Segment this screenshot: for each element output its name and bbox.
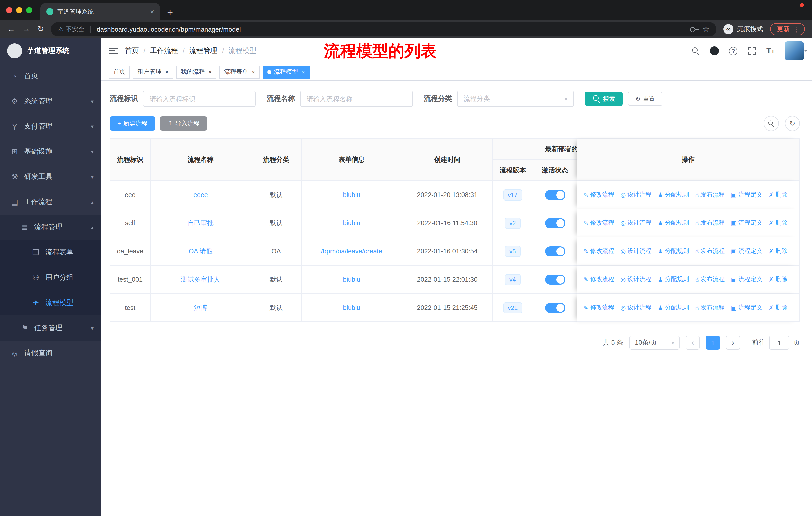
publish-process-link[interactable]: ☝发布流程 xyxy=(695,190,725,199)
close-icon[interactable]: × xyxy=(252,68,255,75)
new-tab-button[interactable]: + xyxy=(167,7,173,17)
edit-process-link[interactable]: ✎修改流程 xyxy=(583,190,614,199)
sidebar-item-payment[interactable]: ¥ 支付管理 ▾ xyxy=(0,114,101,139)
reset-button[interactable]: ↻ 重置 xyxy=(628,92,663,106)
toggle-search-button[interactable] xyxy=(764,116,779,131)
minimize-window-button[interactable] xyxy=(16,7,22,13)
process-name-link[interactable]: 自己审批 xyxy=(187,219,214,226)
process-name-input[interactable] xyxy=(300,91,413,107)
sidebar-item-system[interactable]: ⚙ 系统管理 ▾ xyxy=(0,89,101,114)
collapse-sidebar-icon[interactable] xyxy=(109,48,118,54)
form-info-link[interactable]: /bpm/oa/leave/create xyxy=(321,247,382,255)
design-process-link[interactable]: ◎设计流程 xyxy=(620,275,651,284)
refresh-table-button[interactable]: ↻ xyxy=(785,116,800,131)
github-icon[interactable] xyxy=(710,46,719,55)
sidebar-item-process-model[interactable]: ✈ 流程模型 xyxy=(0,290,101,316)
reload-icon[interactable]: ↻ xyxy=(37,25,44,33)
active-toggle[interactable] xyxy=(545,274,565,284)
design-process-link[interactable]: ◎设计流程 xyxy=(620,219,651,227)
tab-close-icon[interactable]: × xyxy=(150,7,154,16)
sidebar-item-user-group[interactable]: ⚇ 用户分组 xyxy=(0,265,101,290)
process-definition-link[interactable]: ▣流程定义 xyxy=(731,190,762,199)
design-process-link[interactable]: ◎设计流程 xyxy=(620,303,651,312)
active-toggle[interactable] xyxy=(545,190,565,200)
delete-link[interactable]: ✗删除 xyxy=(769,190,787,199)
breadcrumb-item[interactable]: 流程管理 xyxy=(189,46,218,55)
maximize-window-button[interactable] xyxy=(26,7,32,13)
sidebar-item-process-form[interactable]: ❐ 流程表单 xyxy=(0,240,101,265)
close-icon[interactable]: × xyxy=(301,68,305,75)
process-name-link[interactable]: 滔博 xyxy=(194,304,207,311)
page-size-select[interactable]: 10条/页 ▾ xyxy=(629,335,679,350)
assign-rule-link[interactable]: ♟分配规则 xyxy=(658,219,689,227)
sidebar-item-devtools[interactable]: ⚒ 研发工具 ▾ xyxy=(0,164,101,189)
process-name-link[interactable]: eeee xyxy=(193,191,208,198)
close-icon[interactable]: × xyxy=(165,68,169,75)
process-key-input[interactable] xyxy=(143,91,256,107)
tag-my-process[interactable]: 我的流程 × xyxy=(176,65,216,78)
assign-rule-link[interactable]: ♟分配规则 xyxy=(658,247,689,255)
form-info-link[interactable]: biubiu xyxy=(343,191,360,198)
tag-tenant[interactable]: 租户管理 × xyxy=(133,65,173,78)
publish-process-link[interactable]: ☝发布流程 xyxy=(695,303,725,312)
tag-process-model[interactable]: 流程模型 × xyxy=(263,65,310,78)
next-page-button[interactable]: › xyxy=(726,335,740,350)
url-bar[interactable]: ⚠ 不安全 dashboard.yudao.iocoder.cn/bpm/man… xyxy=(51,22,716,36)
process-definition-link[interactable]: ▣流程定义 xyxy=(731,247,762,255)
delete-link[interactable]: ✗删除 xyxy=(769,275,787,284)
browser-menu-icon[interactable]: ⋮ xyxy=(793,25,801,33)
assign-rule-link[interactable]: ♟分配规则 xyxy=(658,190,689,199)
help-icon[interactable]: ? xyxy=(729,47,738,55)
process-category-select[interactable]: 流程分类 ▾ xyxy=(457,91,574,107)
active-toggle[interactable] xyxy=(545,218,565,228)
browser-tab[interactable]: 芋道管理系统 × xyxy=(40,3,160,20)
prev-page-button[interactable]: ‹ xyxy=(686,335,700,350)
active-toggle[interactable] xyxy=(545,246,565,256)
delete-link[interactable]: ✗删除 xyxy=(769,219,787,227)
edit-process-link[interactable]: ✎修改流程 xyxy=(583,247,614,255)
tag-process-form[interactable]: 流程表单 × xyxy=(220,65,260,78)
process-definition-link[interactable]: ▣流程定义 xyxy=(731,303,762,312)
process-name-link[interactable]: OA 请假 xyxy=(188,247,212,255)
forward-icon[interactable]: → xyxy=(22,25,30,33)
breadcrumb-item[interactable]: 工作流程 xyxy=(150,46,178,55)
active-toggle[interactable] xyxy=(545,303,565,313)
form-info-link[interactable]: biubiu xyxy=(343,219,360,227)
create-process-button[interactable]: + 新建流程 xyxy=(110,116,155,131)
bookmark-star-icon[interactable]: ☆ xyxy=(702,25,709,34)
current-page-button[interactable]: 1 xyxy=(706,335,720,350)
assign-rule-link[interactable]: ♟分配规则 xyxy=(658,275,689,284)
process-name-link[interactable]: 测试多审批人 xyxy=(181,275,220,283)
security-warning[interactable]: ⚠ 不安全 xyxy=(58,25,84,33)
tag-home[interactable]: 首页 xyxy=(109,65,130,78)
edit-process-link[interactable]: ✎修改流程 xyxy=(583,303,614,312)
import-process-button[interactable]: ↥ 导入流程 xyxy=(160,116,207,131)
sidebar-item-workflow[interactable]: ▤ 工作流程 ▴ xyxy=(0,189,101,215)
process-definition-link[interactable]: ▣流程定义 xyxy=(731,275,762,284)
goto-page-input[interactable] xyxy=(769,335,789,350)
breadcrumb-item[interactable]: 首页 xyxy=(125,46,139,55)
sidebar-item-task-management[interactable]: ⚑ 任务管理 ▾ xyxy=(0,316,101,341)
design-process-link[interactable]: ◎设计流程 xyxy=(620,247,651,255)
publish-process-link[interactable]: ☝发布流程 xyxy=(695,219,725,227)
publish-process-link[interactable]: ☝发布流程 xyxy=(695,275,725,284)
edit-process-link[interactable]: ✎修改流程 xyxy=(583,275,614,284)
sidebar-item-process-management[interactable]: ≣ 流程管理 ▴ xyxy=(0,215,101,240)
avatar[interactable] xyxy=(785,41,804,60)
search-icon[interactable] xyxy=(692,47,700,55)
design-process-link[interactable]: ◎设计流程 xyxy=(620,190,651,199)
close-window-button[interactable] xyxy=(6,7,12,13)
process-definition-link[interactable]: ▣流程定义 xyxy=(731,219,762,227)
update-button[interactable]: 更新 ⋮ xyxy=(770,23,805,35)
publish-process-link[interactable]: ☝发布流程 xyxy=(695,247,725,255)
fullscreen-icon[interactable] xyxy=(748,47,756,55)
close-icon[interactable]: × xyxy=(208,68,212,75)
sidebar-item-leave-query[interactable]: ☺ 请假查询 xyxy=(0,341,101,366)
password-key-icon[interactable] xyxy=(690,27,698,31)
delete-link[interactable]: ✗删除 xyxy=(769,247,787,255)
font-size-icon[interactable]: TT xyxy=(766,46,775,55)
edit-process-link[interactable]: ✎修改流程 xyxy=(583,219,614,227)
back-icon[interactable]: ← xyxy=(7,25,15,33)
assign-rule-link[interactable]: ♟分配规则 xyxy=(658,303,689,312)
sidebar-item-infrastructure[interactable]: ⊞ 基础设施 ▾ xyxy=(0,139,101,164)
